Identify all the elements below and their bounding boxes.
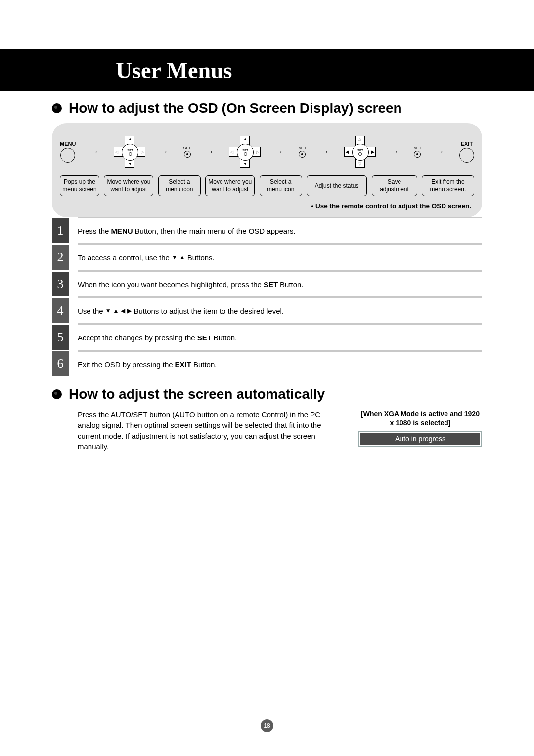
auto-progress-box: Auto in progress	[358, 431, 482, 447]
step-row: 6 Exit the OSD by pressing the EXIT Butt…	[52, 351, 482, 377]
circle-icon	[60, 148, 75, 163]
menu-button-illustration: MENU	[60, 141, 76, 163]
arrow-icon: →	[437, 147, 445, 156]
arrow-icon: →	[91, 147, 99, 156]
step-number: 1	[52, 218, 69, 243]
step-row: 5 Accept the changes by pressing the SET…	[52, 324, 482, 351]
auto-side-panel: [When XGA Mode is active and 1920 x 1080…	[358, 409, 482, 447]
step-row: 1 Press the MENU Button, then the main m…	[52, 217, 482, 244]
set-button-icon: SET	[299, 146, 307, 158]
step-text: When the icon you want becomes highlight…	[78, 271, 482, 297]
caption-box: Select a menu icon	[158, 175, 201, 196]
step-row: 4 Use the ▼ ▲ ◀ ▶ Buttons to adjust the …	[52, 297, 482, 324]
step-text: Press the MENU Button, then the main men…	[78, 217, 482, 244]
exit-button-illustration: EXIT	[459, 141, 474, 163]
up-triangle-icon: ▲	[113, 307, 119, 314]
step-row: 3 When the icon you want becomes highlig…	[52, 271, 482, 297]
step-text: Use the ▼ ▲ ◀ ▶ Buttons to adjust the it…	[78, 297, 482, 324]
auto-side-title: [When XGA Mode is active and 1920 x 1080…	[358, 409, 482, 428]
dpad-icon: △▽ ◀▶ SET	[344, 136, 376, 168]
step-number: 2	[52, 245, 69, 270]
up-triangle-icon: ▲	[179, 254, 185, 261]
caption-box: Move where you want to adjust	[104, 175, 153, 196]
caption-box: Move where you want to adjust	[205, 175, 255, 196]
panel-note: • Use the remote control to adjust the O…	[60, 202, 471, 210]
step-row: 2 To access a control, use the ▼ ▲ Butto…	[52, 244, 482, 271]
menu-label: MENU	[60, 141, 76, 147]
set-button-icon: SET	[183, 146, 191, 158]
step-text: Exit the OSD by pressing the EXIT Button…	[78, 351, 482, 377]
caption-box: Exit from the menu screen.	[422, 175, 474, 196]
bullet-icon	[52, 389, 62, 399]
exit-label: EXIT	[461, 141, 473, 147]
caption-box: Adjust the status	[307, 175, 367, 196]
section2-title: How to adjust the screen automatically	[69, 386, 325, 402]
down-triangle-icon: ▼	[105, 307, 111, 314]
arrow-icon: →	[160, 147, 168, 156]
caption-box: Pops up the menu screen	[60, 175, 99, 196]
step-number: 6	[52, 351, 69, 376]
auto-progress-label: Auto in progress	[360, 433, 480, 445]
circle-icon	[459, 148, 474, 163]
page-number: 18	[261, 719, 273, 732]
auto-adjust-text: Press the AUTO/SET button (AUTO button o…	[78, 409, 345, 452]
title-band: User Menus	[0, 49, 534, 91]
arrow-icon: →	[321, 147, 329, 156]
step-number: 3	[52, 272, 69, 296]
left-triangle-icon: ◀	[121, 307, 125, 314]
arrow-icon: →	[206, 147, 214, 156]
step-number: 4	[52, 298, 69, 323]
step-text: Accept the changes by pressing the SET B…	[78, 324, 482, 351]
step-number: 5	[52, 325, 69, 350]
arrow-icon: →	[391, 147, 399, 156]
right-triangle-icon: ▶	[127, 307, 132, 314]
dpad-icon: ▲▼ ◁▷ SET	[229, 136, 261, 168]
bullet-icon	[52, 103, 62, 113]
section1-heading: How to adjust the OSD (On Screen Display…	[52, 100, 482, 116]
down-triangle-icon: ▼	[172, 254, 178, 261]
set-button-icon: SET	[414, 146, 422, 158]
caption-box: Save adjustment	[372, 175, 417, 196]
steps-list: 1 Press the MENU Button, then the main m…	[52, 217, 482, 377]
osd-flow-panel: MENU → ▲▼ ◁▷ SET → SET → ▲▼ ◁▷ SET → SET	[52, 123, 482, 217]
arrow-icon: →	[275, 147, 283, 156]
dpad-icon: ▲▼ ◁▷ SET	[114, 136, 145, 168]
section2-heading: How to adjust the screen automatically	[52, 386, 482, 402]
section1-title: How to adjust the OSD (On Screen Display…	[69, 100, 402, 116]
caption-box: Select a menu icon	[260, 175, 302, 196]
step-text: To access a control, use the ▼ ▲ Buttons…	[78, 244, 482, 271]
